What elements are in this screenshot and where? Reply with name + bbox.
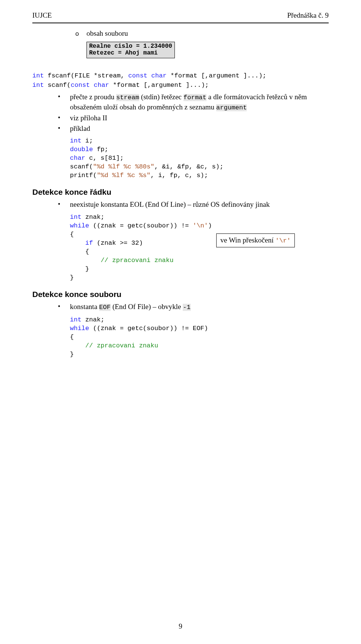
c: c, s[81];: [85, 155, 124, 162]
c: {: [70, 231, 74, 238]
c: i;: [82, 137, 93, 144]
kw: while: [70, 222, 89, 229]
console-line-1: Realne cislo = 1.234000: [89, 43, 172, 50]
code-eof: EOF: [99, 304, 111, 311]
cmt: // zpracovani znaku: [101, 257, 174, 264]
header-rule: [32, 23, 329, 23]
bullet-eof: konstanta EOF (End Of File) – obvykle -1: [58, 302, 329, 312]
kw: while: [70, 325, 89, 332]
c: znak;: [82, 316, 105, 323]
c: fp;: [93, 146, 108, 153]
space: [147, 72, 151, 79]
kw-int: int: [32, 82, 44, 89]
c: scanf(: [70, 163, 93, 170]
sp: [70, 239, 85, 247]
sp: [70, 342, 85, 349]
kw-char: char: [94, 82, 109, 89]
kw: int: [70, 316, 82, 323]
c: ): [208, 222, 212, 229]
c: (znak >= 32): [93, 239, 143, 247]
b3-text: příklad: [70, 124, 90, 132]
sig-end: *format [,argument ]...);: [167, 72, 266, 79]
bullet-2: viz příloha II: [58, 113, 329, 123]
sb-pre: ve Win přeskočení: [220, 236, 275, 244]
sp: [70, 257, 101, 264]
space: [90, 82, 94, 89]
c: }: [70, 351, 74, 358]
sb-code: '\r': [275, 237, 291, 244]
b1-pre: přečte z proudu: [70, 93, 116, 101]
scanf-signature: int scanf(const char *format [,argument …: [32, 81, 329, 90]
kw-const: const: [128, 72, 147, 79]
kw: int: [70, 214, 82, 221]
heading-line-end: Detekce konce řádku: [32, 187, 329, 197]
obsah-text: obsah souboru: [86, 29, 128, 38]
code-neg1: -1: [183, 304, 190, 311]
list-marker-o: o: [75, 30, 86, 39]
mid: (End Of File) – obvykle: [111, 303, 183, 311]
console-box: Realne cislo = 1.234000 Retezec = Ahoj m…: [86, 42, 175, 59]
c: ((znak = getc(soubor)) != EOF): [89, 325, 208, 332]
kw-char: char: [151, 72, 167, 79]
side-note-box: ve Win přeskočení '\r': [216, 233, 295, 247]
cmt: // zpracovani znaku: [85, 342, 158, 349]
str: '\n': [193, 222, 208, 229]
eof-code: int znak; while ((znak = getc(soubor)) !…: [70, 316, 329, 359]
str: "%d %lf %c %80s": [93, 163, 154, 170]
eof-bullets: konstanta EOF (End Of File) – obvykle -1: [58, 302, 329, 312]
obsah-row: o obsah souboru: [75, 29, 329, 39]
c: }: [70, 265, 89, 273]
sig-end: *format [,argument ]...);: [109, 82, 209, 89]
sig-text: fscanf(FILE *stream,: [44, 72, 128, 79]
c: znak;: [82, 214, 105, 221]
sig-text: scanf(: [44, 82, 71, 89]
c: , &i, &fp, &c, s);: [154, 163, 223, 170]
header-left: IUJCE: [32, 11, 52, 20]
code-format: format: [184, 94, 206, 101]
kw-int: int: [32, 72, 44, 79]
c: {: [70, 248, 89, 255]
page-number: 9: [0, 621, 361, 631]
pre: konstanta: [70, 303, 99, 311]
bullet-1: přečte z proudu stream (stdin) řetězec f…: [58, 92, 329, 112]
heading-eof: Detekce konce souboru: [32, 289, 329, 300]
str: "%d %lf %c %s": [97, 172, 150, 179]
bullet-eol: neexistuje konstanta EOL (End Of Line) –…: [58, 200, 329, 209]
header-right: Přednáška č. 9: [287, 11, 329, 20]
fscanf-bullets: přečte z proudu stream (stdin) řetězec f…: [58, 92, 329, 133]
c: {: [70, 333, 74, 341]
kw: double: [70, 146, 93, 153]
kw: char: [70, 155, 85, 162]
c: , i, fp, c, s);: [150, 172, 208, 179]
b2-text: viz příloha II: [70, 114, 107, 122]
example-code-block: int i; double fp; char c, s[81]; scanf("…: [70, 137, 329, 180]
b-text: neexistuje konstanta EOL (End Of Line) –…: [70, 200, 270, 208]
c: printf(: [70, 172, 97, 179]
code-stream: stream: [116, 94, 139, 101]
c: ((znak = getc(soubor)) !=: [89, 222, 193, 229]
line-end-code: int znak; while ((znak = getc(soubor)) !…: [70, 213, 329, 282]
kw-const: const: [71, 82, 90, 89]
kw: int: [70, 137, 82, 144]
console-line-2: Retezec = Ahoj mami: [89, 50, 158, 56]
code-argument: argument: [216, 104, 247, 111]
fscanf-signature: int fscanf(FILE *stream, const char *for…: [32, 72, 329, 80]
page-header: IUJCE Přednáška č. 9: [32, 11, 329, 20]
c: }: [70, 274, 74, 281]
kw: if: [85, 239, 93, 247]
line-end-bullets: neexistuje konstanta EOL (End Of Line) –…: [58, 200, 329, 209]
bullet-3: příklad: [58, 124, 329, 133]
b1-m1: (stdin) řetězec: [139, 93, 184, 101]
